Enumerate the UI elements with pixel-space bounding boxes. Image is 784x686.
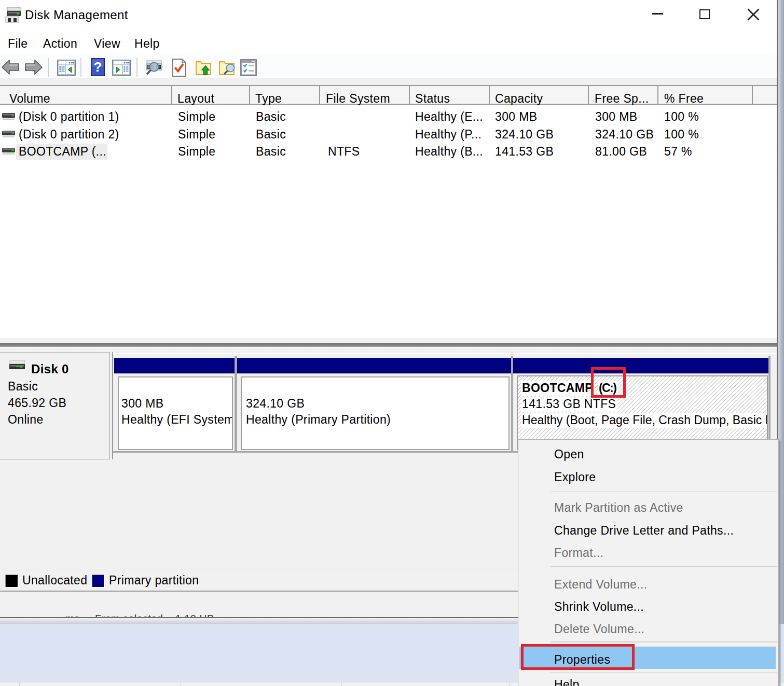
svg-text:?: ? [94,59,102,75]
